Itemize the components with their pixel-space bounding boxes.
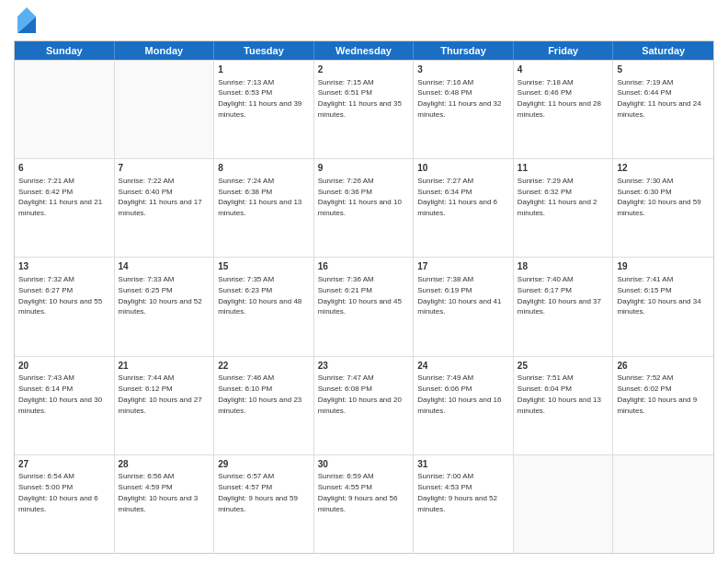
day-number: 14 bbox=[119, 260, 210, 273]
calendar-cell bbox=[514, 455, 614, 553]
day-number: 22 bbox=[218, 360, 310, 373]
calendar-cell: 17Sunrise: 7:38 AM Sunset: 6:19 PM Dayli… bbox=[414, 258, 514, 355]
header-day-thursday: Thursday bbox=[414, 41, 514, 60]
day-number: 28 bbox=[119, 458, 210, 471]
calendar-cell: 19Sunrise: 7:41 AM Sunset: 6:15 PM Dayli… bbox=[613, 258, 713, 355]
day-info: Sunrise: 7:18 AM Sunset: 6:46 PM Dayligh… bbox=[518, 78, 601, 119]
day-number: 16 bbox=[318, 260, 410, 273]
calendar-cell: 10Sunrise: 7:27 AM Sunset: 6:34 PM Dayli… bbox=[414, 159, 514, 257]
day-number: 15 bbox=[218, 260, 310, 273]
day-info: Sunrise: 7:51 AM Sunset: 6:04 PM Dayligh… bbox=[518, 373, 601, 414]
calendar-cell: 22Sunrise: 7:46 AM Sunset: 6:10 PM Dayli… bbox=[214, 357, 314, 454]
calendar-cell: 28Sunrise: 6:56 AM Sunset: 4:59 PM Dayli… bbox=[115, 455, 215, 553]
calendar-cell: 7Sunrise: 7:22 AM Sunset: 6:40 PM Daylig… bbox=[115, 159, 215, 257]
calendar-cell bbox=[613, 455, 713, 553]
calendar-cell: 8Sunrise: 7:24 AM Sunset: 6:38 PM Daylig… bbox=[214, 159, 314, 257]
day-info: Sunrise: 7:15 AM Sunset: 6:51 PM Dayligh… bbox=[318, 78, 402, 119]
day-number: 26 bbox=[617, 360, 710, 373]
calendar-cell: 14Sunrise: 7:33 AM Sunset: 6:25 PM Dayli… bbox=[115, 258, 215, 355]
day-number: 24 bbox=[417, 360, 509, 373]
calendar-cell: 13Sunrise: 7:32 AM Sunset: 6:27 PM Dayli… bbox=[15, 258, 115, 355]
day-number: 6 bbox=[18, 162, 110, 175]
header-day-sunday: Sunday bbox=[15, 41, 115, 60]
day-info: Sunrise: 7:52 AM Sunset: 6:02 PM Dayligh… bbox=[617, 373, 697, 414]
calendar-header: SundayMondayTuesdayWednesdayThursdayFrid… bbox=[15, 41, 713, 60]
day-info: Sunrise: 7:36 AM Sunset: 6:21 PM Dayligh… bbox=[318, 275, 402, 316]
day-info: Sunrise: 7:00 AM Sunset: 4:53 PM Dayligh… bbox=[417, 472, 497, 512]
day-number: 4 bbox=[518, 63, 609, 76]
calendar-cell: 1Sunrise: 7:13 AM Sunset: 6:53 PM Daylig… bbox=[214, 61, 314, 158]
calendar-body: 1Sunrise: 7:13 AM Sunset: 6:53 PM Daylig… bbox=[15, 60, 713, 553]
calendar-row-1: 1Sunrise: 7:13 AM Sunset: 6:53 PM Daylig… bbox=[15, 60, 713, 158]
day-number: 17 bbox=[417, 260, 509, 273]
day-info: Sunrise: 7:30 AM Sunset: 6:30 PM Dayligh… bbox=[617, 177, 700, 217]
day-number: 10 bbox=[417, 162, 509, 175]
calendar-cell: 2Sunrise: 7:15 AM Sunset: 6:51 PM Daylig… bbox=[314, 61, 415, 158]
day-info: Sunrise: 7:26 AM Sunset: 6:36 PM Dayligh… bbox=[318, 177, 402, 217]
day-info: Sunrise: 7:47 AM Sunset: 6:08 PM Dayligh… bbox=[318, 373, 402, 414]
day-number: 29 bbox=[218, 458, 310, 471]
day-number: 1 bbox=[218, 63, 310, 76]
day-info: Sunrise: 6:59 AM Sunset: 4:55 PM Dayligh… bbox=[318, 472, 398, 512]
calendar-cell: 18Sunrise: 7:40 AM Sunset: 6:17 PM Dayli… bbox=[514, 258, 614, 355]
day-info: Sunrise: 7:49 AM Sunset: 6:06 PM Dayligh… bbox=[417, 373, 501, 414]
calendar-cell: 12Sunrise: 7:30 AM Sunset: 6:30 PM Dayli… bbox=[613, 159, 713, 257]
logo bbox=[14, 9, 36, 33]
calendar-cell bbox=[15, 61, 115, 158]
calendar-cell: 6Sunrise: 7:21 AM Sunset: 6:42 PM Daylig… bbox=[15, 159, 115, 257]
calendar-cell: 31Sunrise: 7:00 AM Sunset: 4:53 PM Dayli… bbox=[414, 455, 514, 553]
day-info: Sunrise: 7:27 AM Sunset: 6:34 PM Dayligh… bbox=[417, 177, 497, 217]
day-info: Sunrise: 7:24 AM Sunset: 6:38 PM Dayligh… bbox=[218, 177, 301, 217]
day-info: Sunrise: 7:16 AM Sunset: 6:48 PM Dayligh… bbox=[417, 78, 501, 119]
header-day-tuesday: Tuesday bbox=[214, 41, 314, 60]
header-day-saturday: Saturday bbox=[613, 41, 713, 60]
day-info: Sunrise: 7:46 AM Sunset: 6:10 PM Dayligh… bbox=[218, 373, 301, 414]
day-info: Sunrise: 7:35 AM Sunset: 6:23 PM Dayligh… bbox=[218, 275, 301, 316]
calendar-cell: 4Sunrise: 7:18 AM Sunset: 6:46 PM Daylig… bbox=[514, 61, 614, 158]
day-number: 25 bbox=[518, 360, 609, 373]
day-number: 19 bbox=[617, 260, 710, 273]
calendar-cell: 27Sunrise: 6:54 AM Sunset: 5:00 PM Dayli… bbox=[15, 455, 115, 553]
header-day-monday: Monday bbox=[115, 41, 215, 60]
calendar-cell: 9Sunrise: 7:26 AM Sunset: 6:36 PM Daylig… bbox=[314, 159, 415, 257]
logo-icon bbox=[17, 7, 36, 33]
day-number: 11 bbox=[518, 162, 609, 175]
day-number: 21 bbox=[119, 360, 210, 373]
calendar-row-3: 13Sunrise: 7:32 AM Sunset: 6:27 PM Dayli… bbox=[15, 257, 713, 355]
calendar-cell: 26Sunrise: 7:52 AM Sunset: 6:02 PM Dayli… bbox=[613, 357, 713, 454]
day-info: Sunrise: 7:32 AM Sunset: 6:27 PM Dayligh… bbox=[18, 275, 102, 316]
day-info: Sunrise: 7:40 AM Sunset: 6:17 PM Dayligh… bbox=[518, 275, 601, 316]
day-info: Sunrise: 7:43 AM Sunset: 6:14 PM Dayligh… bbox=[18, 373, 102, 414]
day-number: 18 bbox=[518, 260, 609, 273]
calendar-row-2: 6Sunrise: 7:21 AM Sunset: 6:42 PM Daylig… bbox=[15, 158, 713, 257]
header-day-friday: Friday bbox=[514, 41, 614, 60]
day-info: Sunrise: 7:29 AM Sunset: 6:32 PM Dayligh… bbox=[518, 177, 597, 217]
day-info: Sunrise: 7:33 AM Sunset: 6:25 PM Dayligh… bbox=[119, 275, 202, 316]
day-info: Sunrise: 7:21 AM Sunset: 6:42 PM Dayligh… bbox=[18, 177, 102, 217]
day-number: 12 bbox=[617, 162, 710, 175]
day-number: 23 bbox=[318, 360, 410, 373]
day-info: Sunrise: 6:54 AM Sunset: 5:00 PM Dayligh… bbox=[18, 472, 98, 512]
calendar-cell: 30Sunrise: 6:59 AM Sunset: 4:55 PM Dayli… bbox=[314, 455, 415, 553]
day-info: Sunrise: 7:44 AM Sunset: 6:12 PM Dayligh… bbox=[119, 373, 202, 414]
day-number: 20 bbox=[18, 360, 110, 373]
day-number: 8 bbox=[218, 162, 310, 175]
calendar: SundayMondayTuesdayWednesdayThursdayFrid… bbox=[14, 40, 714, 554]
day-info: Sunrise: 6:56 AM Sunset: 4:59 PM Dayligh… bbox=[119, 472, 199, 512]
page: SundayMondayTuesdayWednesdayThursdayFrid… bbox=[0, 0, 728, 563]
calendar-cell: 24Sunrise: 7:49 AM Sunset: 6:06 PM Dayli… bbox=[414, 357, 514, 454]
day-info: Sunrise: 6:57 AM Sunset: 4:57 PM Dayligh… bbox=[218, 472, 298, 512]
header bbox=[14, 9, 714, 33]
day-info: Sunrise: 7:38 AM Sunset: 6:19 PM Dayligh… bbox=[417, 275, 501, 316]
day-number: 31 bbox=[417, 458, 509, 471]
day-number: 7 bbox=[119, 162, 210, 175]
day-number: 9 bbox=[318, 162, 410, 175]
calendar-cell: 15Sunrise: 7:35 AM Sunset: 6:23 PM Dayli… bbox=[214, 258, 314, 355]
day-info: Sunrise: 7:22 AM Sunset: 6:40 PM Dayligh… bbox=[119, 177, 202, 217]
day-number: 3 bbox=[417, 63, 509, 76]
calendar-cell: 5Sunrise: 7:19 AM Sunset: 6:44 PM Daylig… bbox=[613, 61, 713, 158]
day-info: Sunrise: 7:19 AM Sunset: 6:44 PM Dayligh… bbox=[617, 78, 700, 119]
calendar-cell: 16Sunrise: 7:36 AM Sunset: 6:21 PM Dayli… bbox=[314, 258, 415, 355]
day-number: 2 bbox=[318, 63, 410, 76]
calendar-cell: 23Sunrise: 7:47 AM Sunset: 6:08 PM Dayli… bbox=[314, 357, 415, 454]
